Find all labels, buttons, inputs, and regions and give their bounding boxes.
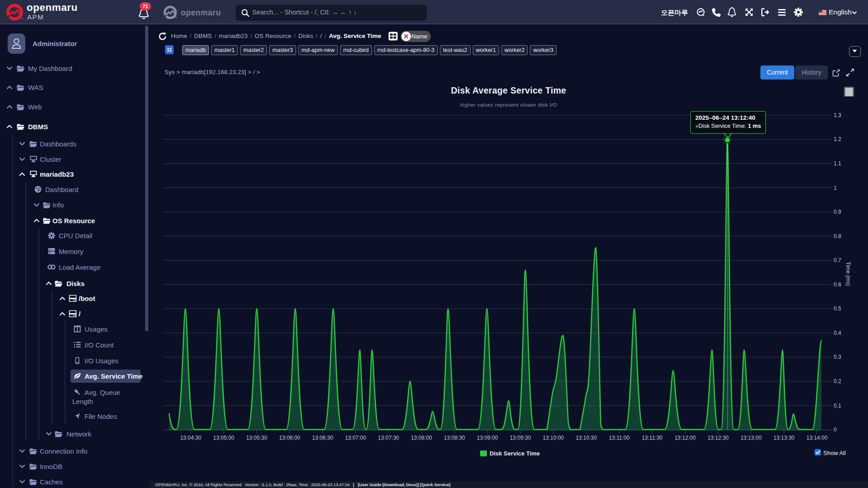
svg-text:13:08:30: 13:08:30 — [444, 435, 465, 441]
svg-text:0.3: 0.3 — [834, 354, 841, 360]
svg-text:0.1: 0.1 — [834, 403, 841, 409]
svg-text:13:06:00: 13:06:00 — [279, 435, 300, 441]
svg-text:0.9: 0.9 — [834, 209, 841, 215]
svg-text:13:13:00: 13:13:00 — [741, 435, 762, 441]
svg-text:1.3: 1.3 — [834, 112, 841, 118]
svg-text:13:07:00: 13:07:00 — [345, 435, 366, 441]
svg-text:1: 1 — [834, 185, 837, 191]
svg-text:1.1: 1.1 — [834, 160, 841, 167]
svg-text:0.8: 0.8 — [834, 233, 841, 239]
svg-text:0.2: 0.2 — [834, 378, 841, 385]
svg-text:13:05:00: 13:05:00 — [213, 435, 235, 441]
svg-text:13:06:30: 13:06:30 — [312, 435, 333, 441]
svg-text:13:11:00: 13:11:00 — [609, 435, 630, 441]
svg-text:13:12:30: 13:12:30 — [708, 435, 729, 441]
svg-text:13:09:00: 13:09:00 — [477, 435, 498, 441]
svg-text:13:05:30: 13:05:30 — [246, 435, 267, 441]
svg-text:13:09:30: 13:09:30 — [510, 435, 531, 441]
svg-text:13:07:30: 13:07:30 — [378, 435, 399, 441]
svg-text:13:04:30: 13:04:30 — [180, 435, 202, 441]
svg-text:13:10:00: 13:10:00 — [543, 435, 564, 441]
svg-text:13:10:30: 13:10:30 — [576, 435, 597, 441]
svg-text:13:08:00: 13:08:00 — [411, 435, 432, 441]
svg-text:13:11:30: 13:11:30 — [642, 435, 663, 441]
svg-text:13:12:00: 13:12:00 — [675, 435, 696, 441]
svg-text:0.6: 0.6 — [834, 282, 841, 288]
svg-text:0.4: 0.4 — [834, 330, 841, 336]
svg-text:0.5: 0.5 — [834, 305, 841, 312]
svg-text:1.2: 1.2 — [834, 136, 841, 142]
svg-text:13:13:30: 13:13:30 — [774, 435, 795, 441]
svg-text:0: 0 — [834, 427, 837, 433]
svg-text:0.7: 0.7 — [834, 257, 841, 263]
svg-text:13:14:00: 13:14:00 — [807, 435, 828, 441]
